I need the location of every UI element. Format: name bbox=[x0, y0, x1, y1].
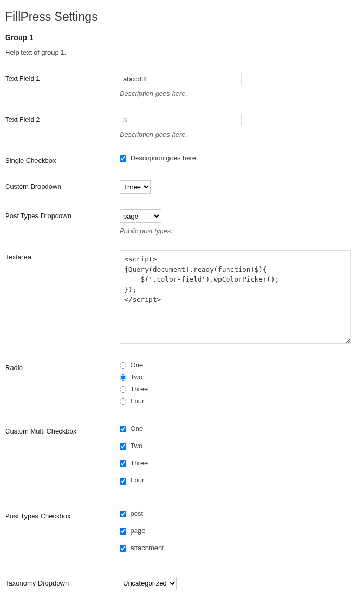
radio-input[interactable] bbox=[120, 386, 126, 393]
radio-option[interactable]: Four bbox=[120, 397, 354, 405]
post-types-checkbox-input[interactable] bbox=[120, 545, 126, 552]
textarea-label: Textarea bbox=[5, 245, 120, 356]
multi-checkbox-option[interactable]: One bbox=[120, 425, 354, 432]
post-types-dropdown-label: Post Types Dropdown bbox=[5, 204, 120, 245]
post-types-dropdown-description: Public post types. bbox=[120, 227, 354, 235]
group-heading: Group 1 bbox=[5, 33, 359, 42]
post-types-checkbox-option[interactable]: page bbox=[120, 527, 354, 535]
post-types-checkbox-option[interactable]: post bbox=[120, 510, 354, 517]
multi-checkbox-input[interactable] bbox=[120, 460, 126, 467]
multi-checkbox-option[interactable]: Four bbox=[120, 476, 354, 484]
radio-input[interactable] bbox=[120, 362, 126, 369]
text-field-1-label: Text Field 1 bbox=[5, 67, 120, 108]
multi-checkbox-input[interactable] bbox=[120, 443, 126, 450]
custom-dropdown-label: Custom Dropdown bbox=[5, 175, 120, 204]
multi-checkbox-group: One Two Three Four bbox=[120, 425, 354, 484]
single-checkbox-label: Single Checkbox bbox=[5, 149, 120, 175]
post-types-dropdown-select[interactable]: page bbox=[120, 209, 161, 223]
single-checkbox-input[interactable] bbox=[120, 155, 126, 162]
taxonomy-dropdown-label: Taxonomy Dropdown bbox=[5, 571, 120, 598]
taxonomy-dropdown-select[interactable]: Uncategorized bbox=[120, 577, 177, 590]
post-types-checkbox-label: Post Types Checkbox bbox=[5, 504, 120, 571]
multi-checkbox-input[interactable] bbox=[120, 426, 126, 432]
textarea-input[interactable]: <script> jQuery(document).ready(function… bbox=[120, 250, 351, 344]
multi-checkbox-label: Custom Multi Checkbox bbox=[5, 419, 120, 504]
text-field-2-description: Description goes here. bbox=[120, 131, 354, 138]
radio-option[interactable]: Three bbox=[120, 385, 354, 393]
settings-form-table: Text Field 1 Description goes here. Text… bbox=[5, 67, 359, 598]
single-checkbox-option-label: Description goes here. bbox=[131, 154, 198, 162]
radio-option[interactable]: Two bbox=[120, 373, 354, 381]
text-field-2-input[interactable] bbox=[120, 113, 242, 126]
radio-option[interactable]: One bbox=[120, 361, 354, 369]
text-field-2-label: Text Field 2 bbox=[5, 108, 120, 149]
post-types-checkbox-option[interactable]: attachment bbox=[120, 544, 354, 552]
page-title: FillPress Settings bbox=[5, 5, 359, 26]
multi-checkbox-option[interactable]: Two bbox=[120, 442, 354, 450]
radio-label: Radio bbox=[5, 356, 120, 419]
post-types-checkbox-input[interactable] bbox=[120, 511, 126, 517]
text-field-1-description: Description goes here. bbox=[120, 90, 354, 97]
multi-checkbox-option[interactable]: Three bbox=[120, 459, 354, 467]
radio-input[interactable] bbox=[120, 398, 126, 405]
multi-checkbox-input[interactable] bbox=[120, 478, 126, 485]
radio-group: One Two Three Four bbox=[120, 361, 354, 405]
post-types-checkbox-input[interactable] bbox=[120, 528, 126, 535]
single-checkbox-option[interactable]: Description goes here. bbox=[120, 154, 198, 162]
radio-input[interactable] bbox=[120, 374, 126, 381]
text-field-1-input[interactable] bbox=[120, 72, 242, 85]
group-help-text: Help text of group 1. bbox=[5, 48, 359, 56]
post-types-checkbox-group: post page attachment bbox=[120, 510, 354, 552]
custom-dropdown-select[interactable]: Three bbox=[120, 180, 151, 194]
